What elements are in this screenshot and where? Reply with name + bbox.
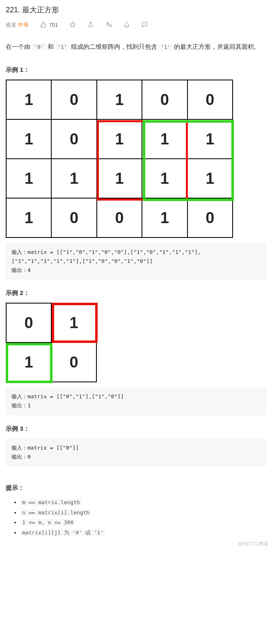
- example-2-io: 输入：matrix = [["0","1"],["1","0"]] 输出：1: [6, 387, 266, 415]
- hint-item: n == matrix[i].length: [21, 508, 266, 517]
- cell: 1: [142, 159, 187, 198]
- difficulty-value: 中等: [18, 22, 29, 28]
- matrix-1: 1 0 1 0 0 1 0 1 1 1 1 1 1 1 1 1 0 0 1 0: [6, 80, 233, 238]
- cell: 1: [142, 198, 187, 238]
- cell: 0: [51, 119, 96, 159]
- difficulty: 难度 中等: [6, 21, 29, 30]
- difficulty-label: 难度: [6, 22, 16, 28]
- cell: 1: [187, 159, 233, 198]
- cell: 1: [6, 343, 51, 382]
- input-label: 输入：: [11, 393, 27, 400]
- desc-text: 的最大正方形，并返回其面积。: [172, 43, 260, 50]
- cell: 1: [51, 303, 96, 343]
- bell-icon[interactable]: [123, 21, 130, 29]
- hint-item: matrix[i][j] 为 '0' 或 '1': [21, 528, 266, 537]
- example-2-heading: 示例 2：: [6, 288, 266, 298]
- problem-description: 在一个由 '0' 和 '1' 组成的二维矩阵内，找到只包含 '1' 的最大正方形…: [6, 41, 266, 53]
- like-button[interactable]: 701: [40, 21, 58, 30]
- cell: 0: [51, 80, 96, 119]
- cell: 0: [6, 303, 51, 343]
- example-1-heading: 示例 1：: [6, 65, 266, 75]
- matrix-2: 0 1 1 0: [6, 303, 97, 382]
- problem-title: 221. 最大正方形: [6, 4, 266, 16]
- desc-text: 在一个由: [6, 43, 32, 50]
- cell: 1: [97, 119, 142, 159]
- watermark: @51CTO博客: [238, 540, 269, 548]
- input-label: 输入：: [11, 249, 27, 255]
- translate-icon[interactable]: [105, 21, 112, 29]
- share-icon[interactable]: [87, 21, 94, 29]
- meta-row: 难度 中等 701: [6, 21, 266, 30]
- hints-list: m == matrix.length n == matrix[i].length…: [6, 498, 266, 537]
- output-value: 0: [27, 454, 31, 460]
- cell: 0: [51, 343, 96, 382]
- thumbs-up-icon: [40, 21, 47, 29]
- cell: 1: [6, 80, 51, 119]
- cell: 1: [51, 159, 96, 198]
- code-one: '1': [55, 43, 69, 50]
- cell: 0: [51, 198, 96, 238]
- cell: 0: [187, 198, 233, 238]
- code-zero: '0': [32, 43, 46, 50]
- cell: 1: [6, 119, 51, 159]
- input-label: 输入：: [11, 445, 27, 451]
- hint-code: n == matrix[i].length: [21, 509, 91, 516]
- example-3-heading: 示例 3：: [6, 424, 266, 434]
- output-label: 输出：: [11, 267, 27, 273]
- star-icon[interactable]: [69, 21, 76, 29]
- like-count: 701: [49, 21, 58, 30]
- desc-text: 和: [46, 43, 55, 50]
- input-value: matrix = [["1","0","1","0","0"],["1","0"…: [11, 249, 201, 264]
- input-value: matrix = [["0","1"],["1","0"]]: [27, 393, 124, 400]
- cell: 1: [187, 119, 233, 159]
- output-value: 1: [27, 402, 31, 409]
- hint-item: m == matrix.length: [21, 498, 266, 507]
- input-value: matrix = [["0"]]: [27, 445, 79, 451]
- hint-code: 1 <= m, n <= 300: [21, 519, 75, 526]
- hints-heading: 提示：: [6, 483, 266, 493]
- example-2-image: 0 1 1 0: [6, 303, 98, 382]
- cell: 1: [142, 119, 187, 159]
- desc-text: 组成的二维矩阵内，找到只包含: [69, 43, 158, 50]
- example-3-io: 输入：matrix = [["0"]] 输出：0: [6, 438, 266, 466]
- output-label: 输出：: [11, 402, 27, 409]
- example-1-io: 输入：matrix = [["1","0","1","0","0"],["1",…: [6, 243, 266, 280]
- output-label: 输出：: [11, 454, 27, 460]
- output-value: 4: [27, 267, 31, 273]
- cell: 1: [6, 198, 51, 238]
- hint-item: 1 <= m, n <= 300: [21, 518, 266, 527]
- cell: 1: [6, 159, 51, 198]
- feedback-icon[interactable]: [142, 21, 148, 29]
- cell: 1: [97, 159, 142, 198]
- example-1-image: 1 0 1 0 0 1 0 1 1 1 1 1 1 1 1 1 0 0 1 0: [6, 80, 266, 238]
- cell: 0: [142, 80, 187, 119]
- cell: 0: [97, 198, 142, 238]
- hint-code: m == matrix.length: [21, 499, 82, 506]
- cell: 0: [187, 80, 233, 119]
- hint-code: matrix[i][j] 为 '0' 或 '1': [21, 529, 105, 536]
- code-one: '1': [159, 43, 172, 50]
- cell: 1: [97, 80, 142, 119]
